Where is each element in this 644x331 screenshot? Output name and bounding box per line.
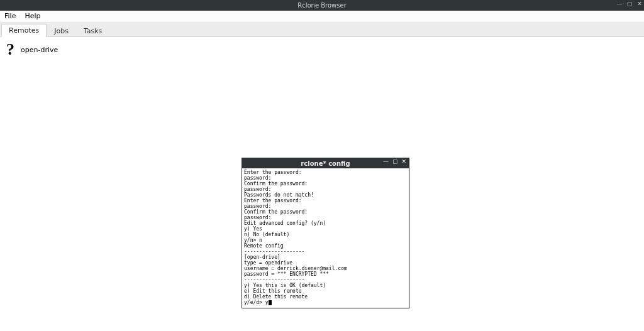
menubar: File Help: [0, 11, 644, 23]
menu-help[interactable]: Help: [20, 11, 45, 22]
terminal-titlebar[interactable]: rclone* config — ▢ ✕: [242, 158, 409, 168]
tabbar: Remotes Jobs Tasks: [0, 23, 644, 37]
close-icon[interactable]: ✕: [636, 1, 643, 7]
terminal-text: Enter the password: password: Confirm th…: [244, 170, 347, 305]
main-window-title: Rclone Browser: [0, 2, 644, 9]
terminal-window: rclone* config — ▢ ✕ Enter the password:…: [242, 158, 409, 308]
remote-item-open-drive[interactable]: ? open-drive: [6, 43, 58, 56]
main-window-titlebar: Rclone Browser — ▢ ✕: [0, 0, 644, 11]
minimize-icon[interactable]: —: [616, 1, 623, 7]
terminal-maximize-icon[interactable]: ▢: [392, 159, 398, 165]
terminal-output[interactable]: Enter the password: password: Confirm th…: [242, 168, 409, 308]
remotes-panel: ? open-drive rclone* config — ▢ ✕ Enter …: [0, 37, 644, 331]
terminal-cursor-icon: [269, 300, 272, 305]
terminal-minimize-icon[interactable]: —: [383, 159, 389, 165]
maximize-icon[interactable]: ▢: [626, 1, 633, 7]
menu-file[interactable]: File: [0, 11, 20, 22]
unknown-remote-icon: ?: [6, 43, 14, 56]
tab-remotes[interactable]: Remotes: [1, 24, 47, 37]
tab-jobs[interactable]: Jobs: [47, 24, 76, 37]
tab-tasks[interactable]: Tasks: [76, 24, 109, 37]
remote-item-label: open-drive: [21, 46, 58, 54]
terminal-close-icon[interactable]: ✕: [401, 159, 406, 165]
